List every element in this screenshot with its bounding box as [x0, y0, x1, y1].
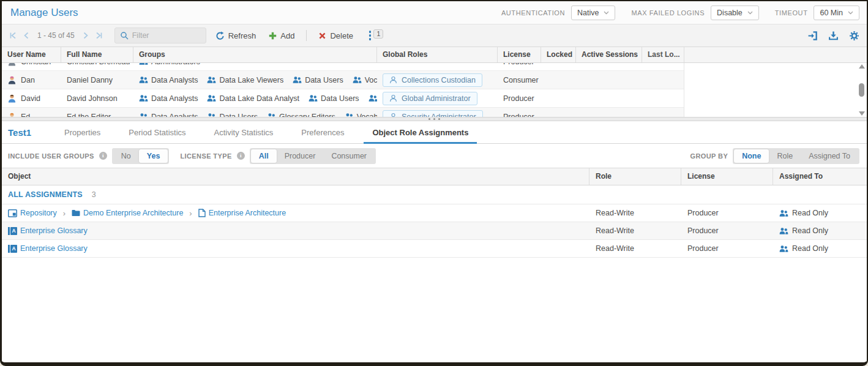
tab-object-role-assignments[interactable]: Object Role Assignments — [364, 121, 477, 143]
full-name: Daniel Danny — [61, 71, 133, 89]
max-failed-logins-value: Disable — [717, 9, 743, 17]
include-user-groups-label: INCLUDE USER GROUPS — [8, 152, 94, 160]
info-icon[interactable] — [237, 152, 245, 160]
tab-activity-statistics[interactable]: Activity Statistics — [206, 121, 282, 143]
column-header-global-roles[interactable]: Global Roles — [377, 47, 498, 62]
assignments-controls: INCLUDE USER GROUPS No Yes LICENSE TYPE … — [2, 144, 867, 168]
group-by-role-option[interactable]: Role — [769, 149, 801, 163]
authentication-select[interactable]: Native — [571, 6, 615, 20]
breadcrumb-folder-link[interactable]: Demo Enterprise Architecture — [72, 209, 183, 217]
group-by-toggle: None Role Assigned To — [733, 148, 859, 164]
column-header-groups[interactable]: Groups — [133, 47, 377, 62]
group-chip: Vocabu — [345, 113, 377, 118]
global-role-badge[interactable]: Global Administrator — [383, 92, 477, 105]
column-header-locked[interactable]: Locked — [541, 47, 576, 62]
gear-icon[interactable] — [849, 31, 859, 41]
search-icon — [120, 31, 129, 40]
avatar — [7, 112, 17, 117]
authentication-label: AUTHENTICATION — [501, 9, 565, 17]
include-yes-option[interactable]: Yes — [139, 149, 168, 163]
column-header-license[interactable]: License — [498, 47, 541, 62]
next-page-button[interactable] — [81, 31, 91, 40]
column-header-role[interactable]: Role — [589, 168, 681, 185]
column-header-last-login[interactable]: Last Lo... — [642, 47, 684, 62]
tab-preferences[interactable]: Preferences — [293, 121, 353, 143]
column-header-assigned-to[interactable]: Assigned To — [773, 168, 867, 185]
role-value: Read-Write — [589, 244, 681, 253]
download-icon[interactable] — [828, 31, 839, 41]
object-link[interactable]: Enterprise Glossary — [8, 226, 88, 235]
license-all-option[interactable]: All — [251, 149, 277, 163]
license-type-label: LICENSE TYPE — [180, 152, 231, 160]
filter-input[interactable] — [132, 31, 201, 40]
object-link[interactable]: Enterprise Glossary — [8, 244, 88, 253]
vertical-scrollbar[interactable] — [857, 64, 866, 116]
glossary-icon — [8, 227, 17, 235]
table-row-dan[interactable]: Dan Daniel Danny Data Analysts Data Lake… — [2, 71, 684, 89]
include-no-option[interactable]: No — [113, 149, 139, 163]
column-header-filler — [684, 47, 867, 62]
group-chip: Data Analysts — [139, 94, 198, 103]
column-header-full-name[interactable]: Full Name — [61, 47, 133, 62]
refresh-button[interactable]: Refresh — [212, 29, 260, 43]
breadcrumb-repository-link[interactable]: Repository — [8, 209, 57, 217]
authentication-value: Native — [577, 9, 599, 17]
column-header-active-sessions[interactable]: Active Sessions — [576, 47, 642, 62]
table-row-christian[interactable]: Christian Christian Bremeau Administrato… — [2, 63, 684, 71]
group-by-assigned-to-option[interactable]: Assigned To — [801, 149, 858, 163]
previous-page-button[interactable] — [21, 31, 31, 40]
license-consumer-option[interactable]: Consumer — [323, 149, 375, 163]
global-role-badge[interactable]: Collections Custodian — [383, 73, 482, 87]
scroll-up-arrow[interactable] — [859, 64, 865, 69]
assigned-to-value: Read Only — [773, 244, 867, 253]
column-header-object[interactable]: Object — [2, 168, 589, 185]
scrollbar-thumb[interactable] — [859, 83, 864, 97]
impersonate-sign-in-icon[interactable] — [807, 31, 818, 41]
max-failed-logins-label: MAX FAILED LOGINS — [631, 9, 705, 17]
user-name: Dan — [21, 76, 35, 84]
breadcrumb-object-link[interactable]: Enterprise Architecture — [198, 209, 286, 217]
assignment-row: Repository Demo Enterprise Architecture … — [2, 204, 867, 222]
license-producer-option[interactable]: Producer — [277, 149, 324, 163]
tab-properties[interactable]: Properties — [56, 121, 109, 143]
selected-record-title: Test1 — [8, 121, 56, 143]
group-chip: Data Users — [293, 76, 343, 84]
first-page-button[interactable] — [8, 31, 18, 40]
scroll-down-arrow[interactable] — [859, 111, 865, 116]
info-icon[interactable] — [99, 152, 107, 160]
timeout-label: TIMEOUT — [775, 9, 808, 17]
delete-button[interactable]: Delete — [315, 29, 357, 43]
license-value: Producer — [681, 226, 773, 235]
assignment-row: Enterprise Glossary Read-Write Producer … — [2, 222, 867, 240]
license-value: Producer — [498, 89, 541, 108]
include-user-groups-toggle: No Yes — [112, 148, 170, 164]
assignments-count: 3 — [92, 190, 96, 199]
breadcrumb-separator-icon — [189, 209, 192, 218]
max-failed-logins-select[interactable]: Disable — [711, 6, 759, 20]
table-row-david[interactable]: David David Johnson Data Analysts Data L… — [2, 89, 684, 108]
more-actions-button[interactable]: 1 — [369, 29, 383, 42]
avatar — [7, 63, 17, 66]
global-role-badge[interactable]: Security Administrator — [383, 110, 483, 118]
assignments-group-header: ALL ASSIGNMENTS 3 — [2, 185, 867, 204]
panel-resize-handle[interactable] — [2, 117, 867, 121]
chevron-down-icon — [747, 11, 753, 15]
full-name: Ed the Editor — [61, 108, 133, 118]
group-chip: Vocab — [353, 76, 377, 84]
users-table-body: Christian Christian Bremeau Administrato… — [2, 63, 867, 117]
last-page-button[interactable] — [94, 31, 104, 40]
timeout-select[interactable]: 60 Min — [814, 6, 859, 20]
table-row-ed[interactable]: Ed Ed the Editor Data Analysts Data User… — [2, 108, 684, 117]
group-icon — [779, 245, 788, 252]
tab-period-statistics[interactable]: Period Statistics — [120, 121, 194, 143]
column-header-license[interactable]: License — [681, 168, 773, 185]
add-button[interactable]: Add — [265, 29, 298, 43]
user-name: David — [21, 94, 40, 103]
delete-x-icon — [318, 32, 326, 40]
group-chip: Data Users — [309, 94, 359, 103]
group-by-none-option[interactable]: None — [734, 149, 769, 163]
group-chip: Data Users — [207, 113, 258, 118]
users-table-header: User Name Full Name Groups Global Roles … — [2, 47, 867, 63]
column-header-user-name[interactable]: User Name — [2, 47, 61, 62]
license-value: Producer — [681, 244, 773, 253]
